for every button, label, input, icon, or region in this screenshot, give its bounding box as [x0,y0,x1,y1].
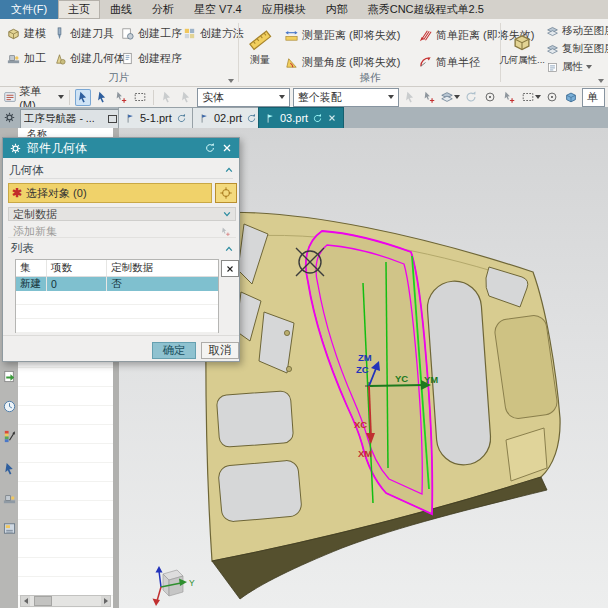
move-layer-icon [546,25,559,38]
menu-tab-home[interactable]: 主页 [58,0,100,19]
tab-strip: 工序导航器 - ... 5-1.prt 02.prt 03.prt [0,107,608,128]
list-section-header[interactable]: 列表 [11,242,233,255]
reload-icon[interactable] [246,113,257,124]
select-point-icon[interactable] [94,89,110,106]
select-multi-icon[interactable] [132,89,148,106]
create-operation-button[interactable]: 创建工序 [118,23,184,43]
menu-icon [3,90,16,104]
program-icon [120,51,135,66]
operation-group-label: 操作 [240,71,500,85]
file-tab-5-1[interactable]: 5-1.prt [118,107,194,128]
menu-bar: 文件(F) 主页 曲线 分析 星空 V7.4 应用模块 内部 燕秀CNC超级程式… [0,0,608,20]
copy-to-layer-button[interactable]: 复制至图层 [544,39,608,59]
restore-icon[interactable] [108,115,117,123]
history-clock-icon[interactable] [1,398,17,414]
menu-tab-internal[interactable]: 内部 [316,0,358,19]
reload-icon[interactable] [312,113,323,124]
wcs-cube-icon[interactable] [563,89,579,106]
menu-tab-application-module[interactable]: 应用模块 [252,0,316,19]
create-geometry-button[interactable]: 创建几何体 [50,48,127,68]
close-tab-icon[interactable] [327,113,337,123]
measure-distance-button[interactable]: 测量距离 (即将失效) [282,25,402,45]
partial-select[interactable]: 单 [582,88,605,107]
simple-radius-button[interactable]: 简单半径 [416,52,482,72]
machining-button[interactable]: 加工 [4,48,48,68]
scroll-left-arrow[interactable] [21,596,30,606]
menu-tab-yanxiu-cnc[interactable]: 燕秀CNC超级程式单2.5 [358,0,494,19]
blade-group-caret[interactable] [228,79,234,83]
snap-point-icon[interactable] [421,89,437,106]
dialog-close-icon[interactable] [221,142,233,154]
remove-icon [225,264,235,274]
select-highlight-icon[interactable] [75,89,91,106]
create-method-button[interactable]: 创建方法 [180,23,246,43]
machining-icon [6,51,21,66]
table-empty-row [16,291,218,305]
circle-select-icon[interactable] [482,89,498,106]
menu-tab-curve[interactable]: 曲线 [100,0,142,19]
selection-pointer-icon[interactable] [1,460,17,476]
create-program-button[interactable]: 创建程序 [118,48,184,68]
no-snap-icon[interactable] [544,89,560,106]
navigator-doc-icon[interactable] [1,368,17,384]
geometry-set-table[interactable]: 集 项数 定制数据 新建 0 否 [15,259,219,333]
menu-tab-analysis[interactable]: 分析 [142,0,184,19]
operation-icon [120,26,135,41]
required-marker: ✱ [12,187,22,199]
ok-button[interactable]: 确定 [152,342,196,359]
triad-y-label: Y [189,578,195,588]
web-hole [286,366,291,371]
horizontal-scrollbar[interactable] [20,595,111,607]
cancel-button[interactable]: 取消 [201,342,239,359]
custom-data-row[interactable]: 定制数据 [8,207,236,221]
deselect-all-icon[interactable] [178,89,194,106]
scroll-thumb[interactable] [34,596,52,606]
lasso-icon[interactable] [520,89,541,106]
modeling-button[interactable]: 建模 [4,23,48,43]
deselect-icon[interactable] [159,89,175,106]
axis-label-yc: YC [395,373,408,384]
simple-distance-icon [418,28,433,43]
calculator-icon[interactable] [1,520,17,536]
measure-button[interactable]: 测量 [242,22,278,72]
right-group-caret[interactable] [598,79,604,83]
web-hole [284,330,289,335]
remove-set-button[interactable] [221,260,239,277]
select-snap-icon[interactable] [113,89,129,106]
curve-rule-icon[interactable] [440,89,461,106]
palette-icon[interactable] [1,428,17,444]
measure-angle-button[interactable]: 测量角度 (即将失效) [282,52,402,72]
type-filter-select[interactable]: 实体 [197,88,290,107]
inside-only-icon[interactable] [402,89,418,106]
dialog-reset-icon[interactable] [204,142,216,154]
geometry-properties-icon [511,31,533,53]
add-selection-icon[interactable] [501,89,517,106]
move-to-layer-button[interactable]: 移动至图层 [544,21,608,41]
select-object-button[interactable] [215,183,237,203]
properties-icon [546,61,559,74]
reload-icon[interactable] [176,113,187,124]
geometry-properties-button[interactable]: 几何属性... [502,21,542,77]
axis-label-zm: ZM [358,352,372,363]
dialog-title-bar[interactable]: 部件几何体 [3,138,239,158]
properties-button[interactable]: 属性 [544,57,594,77]
menu-tab-starsky[interactable]: 星空 V7.4 [184,0,252,19]
axis-label-zc: ZC [356,364,369,375]
flag-icon [125,113,136,124]
chevron-down-icon [223,210,231,218]
scope-filter-select[interactable]: 整个装配 [293,88,399,107]
geometry-section-header[interactable]: 几何体 [9,162,233,179]
prev-selection-icon[interactable] [463,89,479,106]
file-menu-button[interactable]: 文件(F) [0,0,58,19]
navigator-gear-icon[interactable] [3,111,16,124]
table-empty-row [16,319,218,333]
add-new-set-row[interactable]: 添加新集 [8,225,236,238]
file-tab-02[interactable]: 02.prt [192,107,264,128]
machine-tool-icon[interactable] [1,490,17,506]
scroll-right-arrow[interactable] [101,596,110,606]
tool-icon [52,26,67,41]
file-tab-03[interactable]: 03.prt [258,107,344,128]
table-row[interactable]: 新建 0 否 [16,277,218,291]
create-tool-button[interactable]: 创建刀具 [50,23,116,43]
select-object-row[interactable]: ✱ 选择对象 (0) [8,183,212,203]
